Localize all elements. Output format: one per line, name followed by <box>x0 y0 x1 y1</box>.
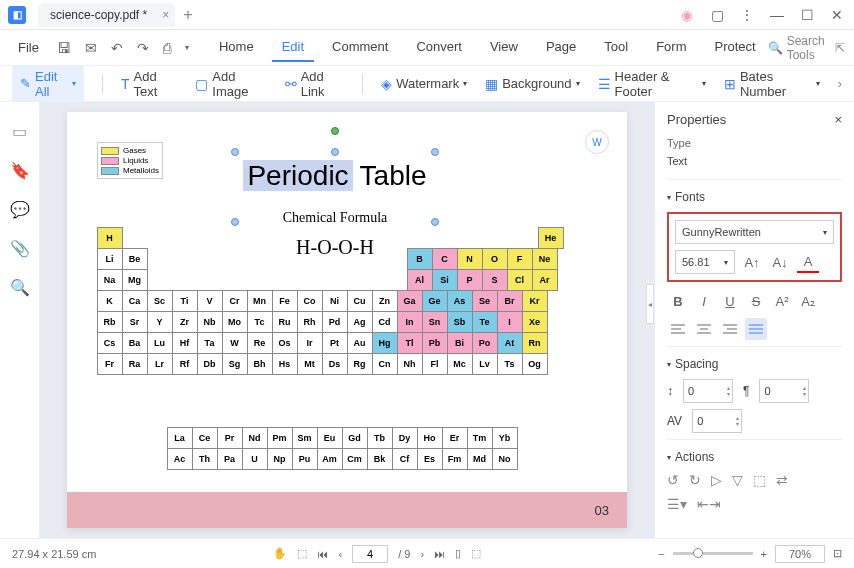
font-family-select[interactable]: GunnyRewritten▾ <box>675 220 834 244</box>
add-text-button[interactable]: TAdd Text <box>121 69 177 99</box>
underline-button[interactable]: U <box>719 290 741 312</box>
toolbar-more-icon[interactable]: › <box>838 76 842 91</box>
tab-comment[interactable]: Comment <box>322 33 398 62</box>
file-menu[interactable]: File <box>8 36 49 59</box>
zoom-thumb[interactable] <box>693 548 703 558</box>
resize-handle-ne[interactable] <box>431 148 439 156</box>
align-center-button[interactable] <box>693 318 715 340</box>
zoom-slider[interactable] <box>673 552 753 555</box>
italic-button[interactable]: I <box>693 290 715 312</box>
background-button[interactable]: ▦Background▾ <box>485 76 579 92</box>
page-badge-icon[interactable]: W <box>585 130 609 154</box>
add-image-button[interactable]: ▢Add Image <box>195 69 266 99</box>
fonts-section-toggle[interactable]: ▾Fonts <box>667 190 842 204</box>
minimize-button[interactable]: — <box>768 6 786 24</box>
line-spacing-input[interactable]: 0▴▾ <box>683 379 733 403</box>
last-page-icon[interactable]: ⏭ <box>434 548 445 560</box>
kebab-icon[interactable]: ⋮ <box>738 6 756 24</box>
resize-handle-e[interactable] <box>431 218 439 226</box>
font-color-icon[interactable]: A <box>797 251 819 273</box>
subscript-button[interactable]: A₂ <box>797 290 819 312</box>
element-Mn: Mn <box>247 290 273 312</box>
search-tools[interactable]: 🔍 Search Tools <box>768 34 825 62</box>
prev-page-icon[interactable]: ‹ <box>338 548 342 560</box>
edit-all-button[interactable]: ✎ Edit All ▾ <box>12 65 84 103</box>
fit-width-icon[interactable]: ⊡ <box>833 547 842 560</box>
tab-tool[interactable]: Tool <box>594 33 638 62</box>
zoom-in-icon[interactable]: + <box>761 548 767 560</box>
zoom-value[interactable]: 70% <box>775 545 825 563</box>
print-dropdown-icon[interactable]: ▾ <box>179 39 195 56</box>
comment-icon[interactable]: 💬 <box>10 200 30 219</box>
document-tab[interactable]: science-copy.pdf * × <box>38 3 175 27</box>
header-footer-button[interactable]: ☰Header & Footer▾ <box>598 69 706 99</box>
save-icon[interactable]: 🖫 <box>51 36 77 60</box>
replace-icon[interactable]: ⇄ <box>776 472 788 488</box>
search-rail-icon[interactable]: 🔍 <box>10 278 30 297</box>
first-page-icon[interactable]: ⏮ <box>317 548 328 560</box>
tab-edit[interactable]: Edit <box>272 33 314 62</box>
tab-convert[interactable]: Convert <box>406 33 472 62</box>
thumbnails-icon[interactable]: ▭ <box>12 122 27 141</box>
resize-handle-n[interactable] <box>331 148 339 156</box>
zoom-out-icon[interactable]: − <box>658 548 664 560</box>
user-icon[interactable]: ◉ <box>678 6 696 24</box>
align-left-button[interactable] <box>667 318 689 340</box>
right-expand-handle[interactable]: ◂ <box>646 284 654 324</box>
indent-icon[interactable]: ⇤⇥ <box>697 496 721 512</box>
hand-tool-icon[interactable]: ✋ <box>273 547 287 560</box>
share-icon[interactable]: ⇱ <box>835 41 845 55</box>
resize-handle-nw[interactable] <box>231 148 239 156</box>
tab-view[interactable]: View <box>480 33 528 62</box>
increase-font-icon[interactable]: A↑ <box>741 251 763 273</box>
canvas[interactable]: W Gases Liquids Metalloids Periodic Tabl… <box>40 102 654 538</box>
tab-home[interactable]: Home <box>209 33 264 62</box>
align-justify-button[interactable] <box>745 318 767 340</box>
fit-page-icon[interactable]: ⬚ <box>471 547 481 560</box>
close-panel-icon[interactable]: × <box>834 112 842 127</box>
single-page-icon[interactable]: ▯ <box>455 547 461 560</box>
resize-handle-w[interactable] <box>231 218 239 226</box>
element-Ne: Ne <box>532 248 558 270</box>
superscript-button[interactable]: A² <box>771 290 793 312</box>
bates-button[interactable]: ⊞Bates Number▾ <box>724 69 820 99</box>
close-window-button[interactable]: ✕ <box>828 6 846 24</box>
flip-h-icon[interactable]: ▷ <box>711 472 722 488</box>
maximize-button[interactable]: ☐ <box>798 6 816 24</box>
watermark-label: Watermark <box>396 76 459 91</box>
rotate-handle[interactable] <box>331 127 339 135</box>
bookmark-icon[interactable]: 🔖 <box>10 161 30 180</box>
app-menu-icon[interactable]: ▢ <box>708 6 726 24</box>
page-number-input[interactable] <box>352 545 388 563</box>
watermark-button[interactable]: ◈Watermark▾ <box>381 76 467 92</box>
actions-section-toggle[interactable]: ▾Actions <box>667 450 842 464</box>
element-Sr: Sr <box>122 311 148 333</box>
next-page-icon[interactable]: › <box>420 548 424 560</box>
flip-v-icon[interactable]: ▽ <box>732 472 743 488</box>
crop-icon[interactable]: ⬚ <box>753 472 766 488</box>
tab-form[interactable]: Form <box>646 33 696 62</box>
font-size-select[interactable]: 56.81▾ <box>675 250 735 274</box>
select-tool-icon[interactable]: ⬚ <box>297 547 307 560</box>
tab-page[interactable]: Page <box>536 33 586 62</box>
add-link-button[interactable]: ⚯Add Link <box>285 69 345 99</box>
bold-button[interactable]: B <box>667 290 689 312</box>
close-tab-icon[interactable]: × <box>162 8 169 22</box>
align-right-button[interactable] <box>719 318 741 340</box>
print-icon[interactable]: ⎙ <box>157 36 177 60</box>
undo-icon[interactable]: ↶ <box>105 36 129 60</box>
redo-icon[interactable]: ↷ <box>131 36 155 60</box>
list-icon[interactable]: ☰▾ <box>667 496 687 512</box>
para-spacing-input[interactable]: 0▴▾ <box>759 379 809 403</box>
decrease-font-icon[interactable]: A↓ <box>769 251 791 273</box>
add-tab-button[interactable]: + <box>183 6 192 24</box>
text-icon: T <box>121 76 130 92</box>
char-spacing-input[interactable]: 0▴▾ <box>692 409 742 433</box>
attachment-icon[interactable]: 📎 <box>10 239 30 258</box>
rotate-right-icon[interactable]: ↻ <box>689 472 701 488</box>
mail-icon[interactable]: ✉ <box>79 36 103 60</box>
spacing-section-toggle[interactable]: ▾Spacing <box>667 357 842 371</box>
strikethrough-button[interactable]: S <box>745 290 767 312</box>
rotate-left-icon[interactable]: ↺ <box>667 472 679 488</box>
tab-protect[interactable]: Protect <box>704 33 765 62</box>
